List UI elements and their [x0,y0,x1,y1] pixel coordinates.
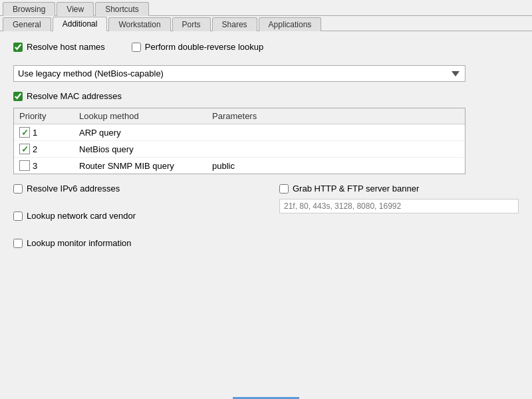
tab-additional[interactable]: Additional [53,17,108,31]
tab-row-bottom: General Additional Workstation Ports Sha… [0,16,532,31]
double-reverse-checkbox[interactable] [132,43,141,52]
resolve-host-names-row: Resolve host names [13,42,105,52]
row3-method: Router SNMP MIB query [79,161,212,171]
resolve-section: Resolve host names Perform double-revers… [13,42,519,82]
lookup-vendor-checkbox[interactable] [13,211,23,221]
row3-checkbox[interactable] [19,160,30,171]
row3-check-priority: 3 [19,160,79,171]
table-row[interactable]: 1 ARP query [14,124,465,141]
row2-check-priority: 2 [19,144,79,154]
tab-bar-group: Browsing View Shortcuts General Addition… [0,0,532,31]
top-checkboxes-row: Resolve host names Perform double-revers… [13,42,519,59]
double-reverse-label[interactable]: Perform double-reverse lookup [145,42,263,52]
bottom-left: Resolve IPv6 addresses Lookup network ca… [13,184,253,255]
row3-params: public [212,161,460,171]
resolve-host-names-checkbox[interactable] [13,43,23,52]
table-row[interactable]: 2 NetBios query [14,141,465,158]
row1-check-priority: 1 [19,127,79,138]
table-row[interactable]: 3 Router SNMP MIB query public [14,158,465,174]
lookup-vendor-row: Lookup network card vendor [13,211,253,221]
tab-browsing[interactable]: Browsing [3,2,55,16]
mac-lookup-table: Priority Lookup method Parameters 1 ARP … [13,108,466,174]
mac-table-header: Priority Lookup method Parameters [14,108,465,124]
tab-row-top: Browsing View Shortcuts [0,0,532,16]
mac-section: Resolve MAC addresses Priority Lookup me… [13,91,519,174]
resolve-mac-checkbox[interactable] [13,92,23,101]
row1-checkbox[interactable] [19,127,30,138]
double-reverse-row: Perform double-reverse lookup [132,42,263,52]
tab-workstation[interactable]: Workstation [108,17,170,31]
tab-shares[interactable]: Shares [212,17,257,31]
bottom-section: Resolve IPv6 addresses Lookup network ca… [13,184,519,255]
row1-priority: 1 [33,128,37,138]
resolve-ipv6-row: Resolve IPv6 addresses [13,184,253,194]
col-params: Parameters [212,111,460,121]
lookup-vendor-label[interactable]: Lookup network card vendor [27,211,136,221]
row2-method: NetBios query [79,144,212,154]
tab-general[interactable]: General [3,17,51,31]
lookup-monitor-label[interactable]: Lookup monitor information [27,238,132,248]
row2-priority: 2 [33,144,37,154]
legacy-method-dropdown[interactable]: Use legacy method (NetBios-capable) [13,65,466,82]
content-area: Resolve host names Perform double-revers… [0,31,532,392]
row2-checkbox[interactable] [19,144,30,154]
row1-method: ARP query [79,128,212,138]
resolve-mac-row: Resolve MAC addresses [13,91,519,101]
dropdown-row: Use legacy method (NetBios-capable) [13,65,519,82]
row3-priority: 3 [33,161,37,171]
ports-input[interactable] [279,199,519,213]
col-priority: Priority [19,111,79,121]
lookup-monitor-checkbox[interactable] [13,239,23,248]
resolve-ipv6-label[interactable]: Resolve IPv6 addresses [27,184,120,194]
resolve-mac-label[interactable]: Resolve MAC addresses [27,91,122,101]
bottom-right: Grab HTTP & FTP server banner [279,184,519,255]
resolve-ipv6-checkbox[interactable] [13,184,23,194]
resolve-host-names-label[interactable]: Resolve host names [27,42,105,52]
lookup-monitor-row: Lookup monitor information [13,238,253,248]
tab-view[interactable]: View [57,2,94,16]
col-method: Lookup method [79,111,212,121]
grab-banner-checkbox[interactable] [279,184,289,194]
tab-ports[interactable]: Ports [172,17,211,31]
tab-applications[interactable]: Applications [259,17,322,31]
tab-shortcuts[interactable]: Shortcuts [95,2,149,16]
grab-banner-row: Grab HTTP & FTP server banner [279,184,519,194]
grab-banner-label[interactable]: Grab HTTP & FTP server banner [293,184,419,194]
